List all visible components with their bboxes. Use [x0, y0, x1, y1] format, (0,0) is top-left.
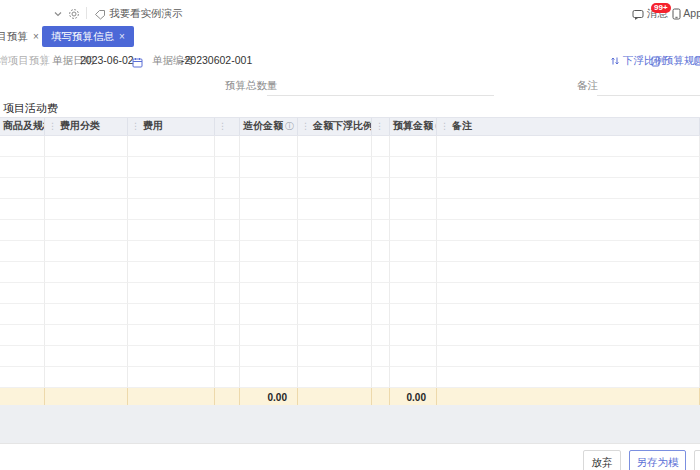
table-cell[interactable] [45, 241, 128, 262]
drag-handle-icon[interactable]: ⋮ [301, 121, 310, 131]
tab-project-budget[interactable]: 项目预算× [0, 26, 39, 47]
table-cell[interactable] [128, 157, 215, 178]
table-cell[interactable] [372, 304, 390, 325]
table-cell[interactable] [215, 157, 240, 178]
table-cell[interactable] [437, 346, 700, 367]
table-cell[interactable] [390, 283, 437, 304]
total-qty-input[interactable] [267, 77, 494, 96]
app-download-button[interactable]: App下载 [672, 0, 700, 26]
table-cell[interactable] [0, 367, 45, 388]
table-cell[interactable] [215, 220, 240, 241]
table-cell[interactable] [298, 346, 372, 367]
table-cell[interactable] [240, 262, 298, 283]
table-cell[interactable] [390, 136, 437, 157]
table-cell[interactable] [0, 262, 45, 283]
table-cell[interactable] [437, 178, 700, 199]
table-cell[interactable] [0, 178, 45, 199]
table-cell[interactable] [0, 220, 45, 241]
table-cell[interactable] [215, 304, 240, 325]
column-header-3[interactable]: ⋮ [215, 118, 240, 135]
table-cell[interactable] [390, 367, 437, 388]
table-cell[interactable] [372, 136, 390, 157]
table-cell[interactable] [437, 241, 700, 262]
drag-handle-icon[interactable]: ⋮ [131, 121, 140, 131]
column-header-2[interactable]: ⋮费用 [128, 118, 215, 135]
table-cell[interactable] [240, 367, 298, 388]
table-cell[interactable] [240, 178, 298, 199]
table-cell[interactable] [128, 220, 215, 241]
table-cell[interactable] [0, 199, 45, 220]
table-cell[interactable] [437, 367, 700, 388]
table-cell[interactable] [437, 220, 700, 241]
info-icon[interactable]: ⓘ [285, 121, 294, 131]
table-cell[interactable] [128, 136, 215, 157]
table-cell[interactable] [215, 346, 240, 367]
table-cell[interactable] [240, 136, 298, 157]
table-cell[interactable] [372, 283, 390, 304]
table-cell[interactable] [0, 346, 45, 367]
table-cell[interactable] [437, 199, 700, 220]
drag-handle-icon[interactable]: ⋮ [48, 121, 57, 131]
tab-fill-budget-info[interactable]: 填写预算信息× [42, 26, 134, 47]
column-header-0[interactable]: 商品及规格 [0, 118, 45, 135]
table-cell[interactable] [298, 325, 372, 346]
table-cell[interactable] [128, 262, 215, 283]
table-cell[interactable] [372, 241, 390, 262]
table-cell[interactable] [0, 157, 45, 178]
table-cell[interactable] [0, 304, 45, 325]
table-cell[interactable] [215, 325, 240, 346]
table-cell[interactable] [128, 346, 215, 367]
table-cell[interactable] [0, 283, 45, 304]
table-cell[interactable] [240, 346, 298, 367]
table-cell[interactable] [45, 346, 128, 367]
table-cell[interactable] [215, 262, 240, 283]
table-cell[interactable] [390, 220, 437, 241]
table-cell[interactable] [240, 325, 298, 346]
table-cell[interactable] [128, 199, 215, 220]
table-cell[interactable] [45, 262, 128, 283]
table-cell[interactable] [390, 304, 437, 325]
table-cell[interactable] [128, 325, 215, 346]
table-cell[interactable] [240, 157, 298, 178]
discard-button[interactable]: 放弃 [583, 450, 621, 470]
table-cell[interactable] [298, 367, 372, 388]
table-cell[interactable] [128, 178, 215, 199]
column-header-4[interactable]: 造价金额ⓘ [240, 118, 298, 135]
save-as-template-button[interactable]: 另存为模板 [629, 450, 686, 470]
calendar-icon[interactable] [132, 49, 143, 74]
table-cell[interactable] [372, 367, 390, 388]
table-cell[interactable] [372, 325, 390, 346]
table-cell[interactable] [240, 199, 298, 220]
table-cell[interactable] [0, 325, 45, 346]
table-cell[interactable] [390, 241, 437, 262]
column-header-6[interactable]: ⋮ [372, 118, 390, 135]
chevron-down-icon[interactable] [53, 0, 63, 26]
table-cell[interactable] [298, 241, 372, 262]
column-header-5[interactable]: ⋮金额下浮比例...✎ [298, 118, 372, 135]
table-cell[interactable] [372, 157, 390, 178]
table-cell[interactable] [437, 136, 700, 157]
table-cell[interactable] [437, 262, 700, 283]
table-cell[interactable] [298, 136, 372, 157]
table-cell[interactable] [45, 304, 128, 325]
table-cell[interactable] [45, 178, 128, 199]
table-cell[interactable] [240, 283, 298, 304]
table-cell[interactable] [390, 199, 437, 220]
table-cell[interactable] [298, 178, 372, 199]
table-cell[interactable] [240, 220, 298, 241]
close-icon[interactable]: × [119, 31, 125, 42]
table-cell[interactable] [298, 283, 372, 304]
table-cell[interactable] [390, 325, 437, 346]
close-icon[interactable]: × [33, 31, 39, 42]
table-cell[interactable] [45, 283, 128, 304]
table-cell[interactable] [390, 262, 437, 283]
table-cell[interactable] [372, 178, 390, 199]
table-cell[interactable] [298, 157, 372, 178]
column-header-7[interactable]: 预算金额ⓘ [390, 118, 437, 135]
table-cell[interactable] [372, 220, 390, 241]
table-cell[interactable] [0, 136, 45, 157]
table-cell[interactable] [0, 241, 45, 262]
table-cell[interactable] [372, 262, 390, 283]
table-cell[interactable] [215, 199, 240, 220]
table-cell[interactable] [45, 136, 128, 157]
